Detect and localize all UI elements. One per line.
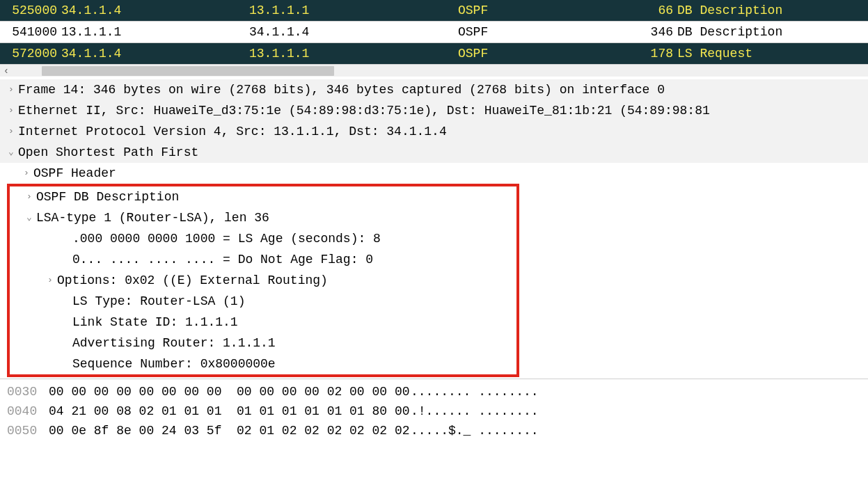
chevron-right-icon[interactable]: ›: [22, 186, 36, 207]
tree-ls-type[interactable]: · LS Type: Router-LSA (1): [10, 291, 516, 312]
tree-label: Internet Protocol Version 4, Src: 13.1.1…: [18, 121, 447, 142]
col-protocol: OSPF: [458, 45, 615, 63]
col-number: 525000: [6, 1, 61, 19]
chevron-right-icon[interactable]: ›: [4, 121, 18, 142]
tree-ls-age[interactable]: · .000 0000 0000 1000 = LS Age (seconds)…: [10, 228, 516, 249]
col-dest: 34.1.1.4: [249, 23, 458, 41]
col-source: 34.1.1.4: [61, 1, 249, 19]
tree-ethernet[interactable]: › Ethernet II, Src: HuaweiTe_d3:75:1e (5…: [0, 100, 868, 121]
tree-label: Ethernet II, Src: HuaweiTe_d3:75:1e (54:…: [18, 100, 710, 121]
chevron-down-icon[interactable]: ⌄: [4, 142, 18, 163]
tree-label: Link State ID: 1.1.1.1: [72, 312, 238, 333]
tree-ospf-dbd[interactable]: › OSPF DB Description: [10, 186, 516, 207]
tree-lsa-header[interactable]: ⌄ LSA-type 1 (Router-LSA), len 36: [10, 207, 516, 228]
hex-ascii: .!...... ........: [411, 401, 539, 421]
chevron-right-icon[interactable]: ›: [4, 100, 18, 121]
highlight-box: › OSPF DB Description ⌄ LSA-type 1 (Rout…: [7, 184, 519, 377]
tree-ip[interactable]: › Internet Protocol Version 4, Src: 13.1…: [0, 121, 868, 142]
hex-pane: 0030 00 00 00 00 00 00 00 00 00 00 00 00…: [0, 379, 868, 445]
hex-ascii: ........ ........: [411, 382, 539, 401]
packet-details-pane: › Frame 14: 346 bytes on wire (2768 bits…: [0, 77, 868, 379]
hex-row[interactable]: 0040 04 21 00 08 02 01 01 01 01 01 01 01…: [0, 401, 868, 421]
tree-label: 0... .... .... .... = Do Not Age Flag: 0: [72, 249, 373, 270]
col-number: 541000: [6, 23, 61, 41]
chevron-right-icon[interactable]: ›: [43, 270, 57, 291]
col-dest: 13.1.1.1: [249, 45, 458, 63]
tree-label: Open Shortest Path First: [18, 142, 198, 163]
tree-label: .000 0000 0000 1000 = LS Age (seconds): …: [72, 228, 381, 249]
tree-label: Sequence Number: 0x8000000e: [72, 353, 276, 374]
col-info: DB Description: [677, 1, 862, 19]
hex-offset: 0050: [7, 421, 49, 440]
tree-label: Options: 0x02 ((E) External Routing): [57, 270, 328, 291]
chevron-right-icon[interactable]: ›: [4, 79, 18, 100]
scroll-left-icon[interactable]: ‹: [0, 65, 13, 77]
tree-label: LS Type: Router-LSA (1): [72, 291, 245, 312]
tree-options[interactable]: › Options: 0x02 ((E) External Routing): [10, 270, 516, 291]
horizontal-scrollbar[interactable]: ‹: [0, 64, 868, 77]
tree-label: LSA-type 1 (Router-LSA), len 36: [36, 207, 269, 228]
tree-frame[interactable]: › Frame 14: 346 bytes on wire (2768 bits…: [0, 79, 868, 100]
hex-ascii: .....$._ ........: [411, 421, 539, 440]
col-info: DB Description: [677, 23, 862, 41]
packet-row[interactable]: 572000 34.1.1.4 13.1.1.1 OSPF 178 LS Req…: [0, 43, 868, 64]
tree-ospf-header[interactable]: › OSPF Header: [0, 163, 868, 184]
scrollbar-track[interactable]: [13, 65, 868, 77]
tree-sequence-number[interactable]: · Sequence Number: 0x8000000e: [10, 353, 516, 374]
hex-bytes: 00 00 00 00 00 00 00 00 00 00 00 00 02 0…: [49, 382, 411, 401]
col-number: 572000: [6, 45, 61, 63]
col-protocol: OSPF: [458, 1, 615, 19]
packet-list: 525000 34.1.1.4 13.1.1.1 OSPF 66 DB Desc…: [0, 0, 868, 64]
col-source: 13.1.1.1: [61, 23, 249, 41]
col-source: 34.1.1.4: [61, 45, 249, 63]
tree-dna-flag[interactable]: · 0... .... .... .... = Do Not Age Flag:…: [10, 249, 516, 270]
tree-label: Frame 14: 346 bytes on wire (2768 bits),…: [18, 79, 665, 100]
col-length: 346: [615, 23, 677, 41]
tree-ospf[interactable]: ⌄ Open Shortest Path First: [0, 142, 868, 163]
tree-label: OSPF Header: [33, 163, 116, 184]
chevron-down-icon[interactable]: ⌄: [22, 207, 36, 228]
hex-offset: 0040: [7, 401, 49, 421]
tree-link-state-id[interactable]: · Link State ID: 1.1.1.1: [10, 312, 516, 333]
hex-bytes: 04 21 00 08 02 01 01 01 01 01 01 01 01 0…: [49, 401, 411, 421]
col-dest: 13.1.1.1: [249, 1, 458, 19]
col-length: 66: [615, 1, 677, 19]
tree-adv-router[interactable]: · Advertising Router: 1.1.1.1: [10, 333, 516, 353]
scrollbar-thumb[interactable]: [42, 66, 334, 76]
packet-row[interactable]: 525000 34.1.1.4 13.1.1.1 OSPF 66 DB Desc…: [0, 0, 868, 21]
col-protocol: OSPF: [458, 23, 615, 41]
col-length: 178: [615, 45, 677, 63]
hex-bytes: 00 0e 8f 8e 00 24 03 5f 02 01 02 02 02 0…: [49, 421, 411, 440]
chevron-right-icon[interactable]: ›: [19, 163, 33, 184]
tree-label: OSPF DB Description: [36, 186, 179, 207]
hex-offset: 0030: [7, 382, 49, 401]
hex-row[interactable]: 0050 00 0e 8f 8e 00 24 03 5f 02 01 02 02…: [0, 421, 868, 440]
tree-label: Advertising Router: 1.1.1.1: [72, 333, 276, 353]
col-info: LS Request: [677, 45, 862, 63]
hex-row[interactable]: 0030 00 00 00 00 00 00 00 00 00 00 00 00…: [0, 382, 868, 401]
packet-row[interactable]: 541000 13.1.1.1 34.1.1.4 OSPF 346 DB Des…: [0, 21, 868, 43]
